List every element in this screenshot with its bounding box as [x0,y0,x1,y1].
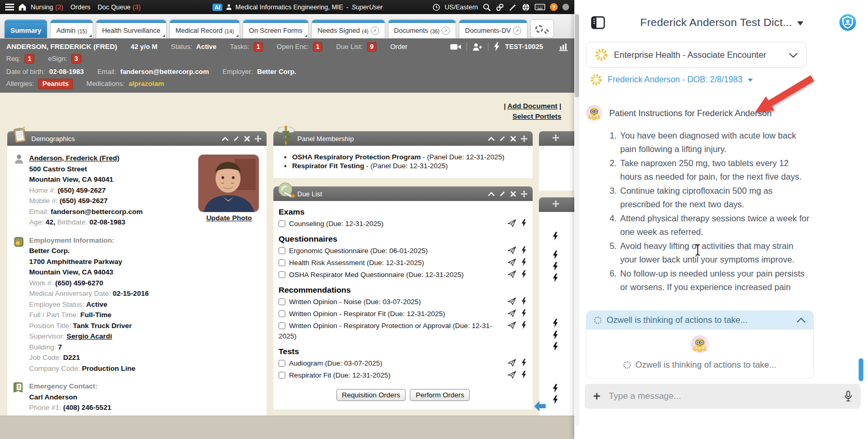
tab-documents-dv[interactable]: Documents-DV↗ [459,19,527,38]
bolt-icon[interactable] [521,270,526,278]
move-icon[interactable] [521,191,527,197]
order-link[interactable]: Order [390,43,407,51]
add-document-link[interactable]: Add Document [507,102,557,110]
bolt-icon[interactable] [552,273,558,284]
patient-name-link[interactable]: Anderson, Frederick (Fred) [29,154,119,162]
clock-icon[interactable] [433,4,440,11]
bolt-icon[interactable] [521,246,526,254]
demographics-portlet-header[interactable]: Demographics [7,131,267,146]
allergy-badge[interactable]: Peanuts [38,79,73,89]
esign-count-badge[interactable]: 3 [71,54,81,64]
clipped-portlet-header[interactable] [539,131,574,146]
requisition-orders-button[interactable]: Requisition Orders [336,389,406,401]
bolt-icon[interactable] [521,219,526,227]
collapse-icon[interactable] [222,136,229,141]
due-item-checkbox[interactable] [279,247,285,254]
tab-needs-signed[interactable]: Needs Signed(4)↗ [311,19,385,38]
close-icon[interactable] [510,136,516,142]
timezone-label[interactable]: US/Eastern [445,4,478,11]
due-list-portlet-header[interactable]: Due List [273,186,533,201]
bolt-icon[interactable] [552,262,558,273]
tab-documents[interactable]: Documents(36)↗ [388,19,457,38]
globe-icon[interactable] [522,3,530,11]
move-icon[interactable] [552,200,559,209]
move-icon[interactable] [521,135,527,142]
req-count-badge[interactable]: 1 [24,54,34,64]
bolt-icon[interactable] [521,371,526,379]
microphone-icon[interactable] [844,391,852,402]
due-list-count-badge[interactable]: 9 [367,42,377,52]
link-icon[interactable] [496,3,504,11]
panel-toggle-icon[interactable] [591,16,605,29]
close-icon[interactable] [244,136,250,142]
edit-icon[interactable] [233,135,240,142]
due-item-checkbox[interactable] [279,310,285,317]
nav-orders[interactable]: Orders [70,4,90,11]
attach-plus-icon[interactable]: + [593,390,600,403]
medication-value[interactable]: alprazolam [129,80,164,87]
send-plane-icon[interactable] [508,309,516,317]
bolt-icon[interactable] [521,359,526,367]
help-icon[interactable]: ? [550,3,558,11]
patient-context-dropdown[interactable]: Frederick Anderson - DOB: 2/8/1983 [590,73,868,86]
clipped-portlet-header[interactable] [539,197,574,212]
send-plane-icon[interactable] [508,246,516,254]
add-user-icon[interactable] [472,43,483,51]
bolt-icon[interactable] [552,384,558,395]
nav-doc-queue[interactable]: Doc Queue(3) [98,4,141,11]
move-icon[interactable] [255,135,261,142]
external-link-icon[interactable]: ↗ [513,27,521,35]
bolt-icon[interactable] [552,342,558,353]
ozwell-logo[interactable] [839,14,857,31]
home-icon[interactable] [18,3,27,11]
tab-summary[interactable]: Summary [4,19,47,38]
due-item-checkbox[interactable] [279,322,285,329]
tab-admin[interactable]: Admin(15) [50,19,93,38]
search-icon[interactable] [483,3,491,11]
send-plane-icon[interactable] [508,359,516,367]
open-enc-count-badge[interactable]: 1 [313,42,323,52]
tab-health-surveillance[interactable]: Health Surveillance [96,19,167,38]
send-plane-icon[interactable] [508,258,516,266]
chevron-up-icon[interactable] [797,315,806,325]
message-input[interactable] [609,391,836,402]
send-plane-icon[interactable] [508,321,516,329]
send-plane-icon[interactable] [508,371,516,379]
external-link-icon[interactable]: ↗ [442,27,450,35]
select-portlets-link[interactable]: Select Portlets [512,112,561,120]
send-plane-icon[interactable] [508,270,516,278]
send-plane-icon[interactable] [508,297,516,305]
due-item-checkbox[interactable] [279,298,285,305]
panel-scrollbar-thumb[interactable] [859,358,863,381]
bolt-icon[interactable] [552,319,558,330]
wand-icon[interactable] [509,3,517,11]
close-icon[interactable] [510,191,516,197]
due-item-checkbox[interactable] [279,372,285,379]
move-icon[interactable] [552,134,559,143]
supervisor-link[interactable]: Sergio Acardi [67,332,112,340]
edit-icon[interactable] [499,191,506,197]
encounter-selector[interactable]: Enterprise Health - Associate Encounter [586,42,807,68]
bolt-icon[interactable] [552,250,558,261]
nav-nursing[interactable]: Nursing(2) [31,4,63,11]
due-item-checkbox[interactable] [279,259,285,266]
bolt-icon[interactable] [521,297,526,305]
bolt-icon[interactable] [494,42,500,51]
ai-badge[interactable]: AI [212,4,222,11]
due-item-checkbox[interactable] [279,271,285,278]
bolt-icon[interactable] [552,395,558,406]
tab-settings-button[interactable] [530,19,554,38]
tab-medical-record[interactable]: Medical Record(14) [169,19,240,38]
bolt-icon[interactable] [521,258,526,266]
tasks-count-badge[interactable]: 1 [254,42,263,52]
bolt-icon[interactable] [521,321,526,329]
collapse-icon[interactable] [488,136,495,141]
collapse-icon[interactable] [488,192,495,196]
due-item-checkbox[interactable] [279,360,285,367]
due-item-checkbox[interactable] [279,220,285,227]
collapse-panel-arrow-icon[interactable] [533,400,547,415]
thinking-card-header[interactable]: Ozwell is thinking of actions to take... [586,310,814,330]
bolt-icon[interactable] [552,331,558,342]
conversation-title-dropdown[interactable]: Frederick Anderson Test Dict... [605,16,839,29]
message-composer[interactable]: + [585,384,861,409]
